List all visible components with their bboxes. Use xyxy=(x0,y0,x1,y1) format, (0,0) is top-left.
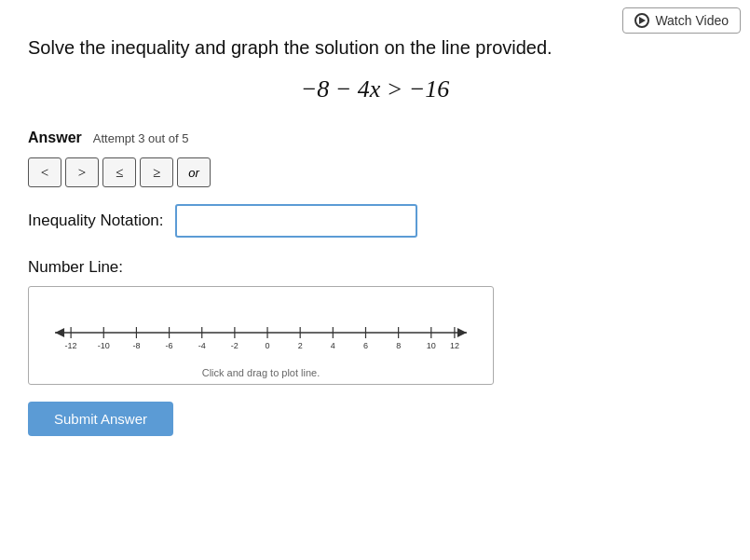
svg-text:-12: -12 xyxy=(65,341,77,350)
problem-title: Solve the inequality and graph the solut… xyxy=(28,37,722,59)
inequality-notation-label: Inequality Notation: xyxy=(28,212,164,230)
svg-marker-2 xyxy=(457,328,467,337)
equation-container: −8 − 4x > −16 xyxy=(28,75,722,103)
svg-text:12: 12 xyxy=(450,341,459,350)
or-button[interactable]: or xyxy=(177,157,211,187)
less-than-button[interactable]: < xyxy=(28,157,61,187)
number-line-hint: Click and drag to plot line. xyxy=(202,367,320,378)
greater-equal-button[interactable]: ≥ xyxy=(140,157,173,187)
inequality-notation-input[interactable] xyxy=(175,204,417,238)
svg-marker-1 xyxy=(55,328,64,337)
svg-text:-8: -8 xyxy=(132,341,140,350)
answer-label: Answer xyxy=(28,130,82,145)
greater-than-button[interactable]: > xyxy=(65,157,99,187)
number-line-svg[interactable]: -12 -10 -8 -6 -4 -2 0 xyxy=(46,302,476,358)
svg-text:8: 8 xyxy=(396,341,401,350)
svg-text:6: 6 xyxy=(363,341,368,350)
attempt-label: Attempt 3 out of 5 xyxy=(93,131,189,145)
svg-text:0: 0 xyxy=(266,341,270,350)
svg-text:-4: -4 xyxy=(198,341,206,350)
symbol-buttons: < > ≤ ≥ or xyxy=(28,157,722,187)
svg-text:-6: -6 xyxy=(166,341,173,350)
submit-answer-button[interactable]: Submit Answer xyxy=(28,402,173,436)
svg-text:-2: -2 xyxy=(231,341,239,350)
number-line-label: Number Line: xyxy=(28,258,722,277)
number-line-container[interactable]: -12 -10 -8 -6 -4 -2 0 xyxy=(28,286,494,385)
inequality-notation-row: Inequality Notation: xyxy=(28,204,722,238)
equation: −8 − 4x > −16 xyxy=(301,75,450,102)
svg-text:4: 4 xyxy=(331,341,335,350)
answer-header: Answer Attempt 3 out of 5 xyxy=(28,130,722,146)
svg-text:-10: -10 xyxy=(98,341,110,350)
svg-text:10: 10 xyxy=(427,341,436,350)
svg-text:2: 2 xyxy=(298,341,303,350)
less-equal-button[interactable]: ≤ xyxy=(102,157,136,187)
